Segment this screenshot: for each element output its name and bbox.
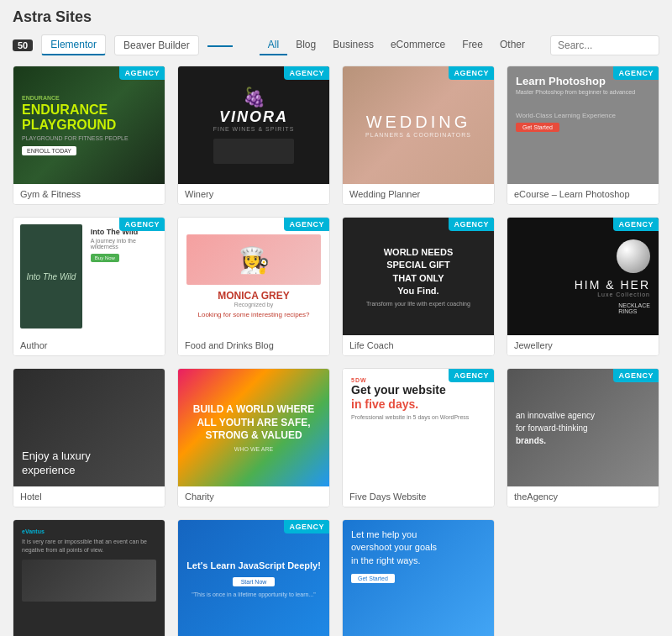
- card-charity[interactable]: BUILD A WORLD WHERE ALL YOUTH ARE SAFE, …: [177, 368, 330, 507]
- cat-ecommerce[interactable]: eCommerce: [382, 35, 454, 55]
- separator: [207, 45, 233, 47]
- card-preview: BUILD A WORLD WHERE ALL YOUTH ARE SAFE, …: [178, 369, 329, 486]
- card-preview: Let me help youovershoot your goalsin th…: [343, 520, 494, 636]
- card-ecourse-photoshop[interactable]: Learn Photoshop Master Photoshop from be…: [507, 66, 659, 205]
- cat-business[interactable]: Business: [324, 35, 382, 55]
- card-label: eCourse – Learn Photoshop: [507, 184, 659, 204]
- card-preview: HIM & HER Luxe Collection NECKLACERINGS …: [507, 218, 659, 335]
- agency-badge: AGENCY: [613, 66, 659, 80]
- card-preview: Into The Wild Into The Wild A journey in…: [13, 218, 165, 335]
- winery-title: VINORA: [219, 108, 288, 126]
- agency-badge: AGENCY: [449, 369, 494, 382]
- card-conference[interactable]: eVantus It is very rare or impossible th…: [13, 519, 165, 636]
- agency-badge: AGENCY: [284, 66, 329, 80]
- page-title: Astra Sites: [13, 8, 659, 26]
- wedding-sub: PLANNERS & COORDINATORS: [365, 132, 471, 138]
- card-preview: Enjoy a luxuryexperience: [13, 369, 165, 486]
- card-wedding-planner[interactable]: WEDDING PLANNERS & COORDINATORS AGENCY W…: [342, 66, 495, 205]
- page-wrapper: Astra Sites 50 Elementor Beaver Builder …: [0, 0, 672, 636]
- card-coach[interactable]: Let me help youovershoot your goalsin th…: [342, 519, 495, 636]
- card-preview: 🍇 VINORA FINE WINES & SPIRITS AGENCY: [178, 66, 329, 184]
- food-name: MONICA GREY: [218, 290, 290, 302]
- card-label: Charity: [178, 486, 329, 507]
- jewellery-sub: Luxe Collection: [597, 292, 650, 297]
- charity-headline: BUILD A WORLD WHERE ALL YOUTH ARE SAFE, …: [186, 403, 321, 443]
- food-ask: Looking for some interesting recipes?: [198, 311, 310, 318]
- card-author[interactable]: Into The Wild Into The Wild A journey in…: [13, 217, 165, 356]
- card-label: Wedding Planner: [343, 184, 494, 204]
- cat-other[interactable]: Other: [491, 35, 533, 55]
- conf-label: eVantus: [22, 528, 156, 534]
- card-label: Food and Drinks Blog: [178, 335, 329, 355]
- card-preview: 👩‍🍳 MONICA GREY Recognized by Looking fo…: [178, 218, 329, 335]
- agency-text: an innovative agencyfor forward-thinking…: [516, 409, 650, 447]
- toolbar: 50 Elementor Beaver Builder All Blog Bus…: [13, 34, 659, 55]
- agency-badge: AGENCY: [613, 369, 659, 382]
- card-label: Five Days Website: [343, 486, 494, 507]
- ecourse-btn: Get Started: [516, 123, 559, 132]
- card-theagency[interactable]: an innovative agencyfor forward-thinking…: [507, 368, 659, 507]
- coach-btn: Get Started: [351, 574, 395, 583]
- hotel-title: Enjoy a luxuryexperience: [22, 449, 156, 478]
- ecourse-label: World-Class Learning Experience: [516, 112, 650, 119]
- card-label: Hotel: [13, 486, 165, 507]
- count-badge: 50: [13, 39, 33, 51]
- card-preview: an innovative agencyfor forward-thinking…: [507, 369, 659, 486]
- card-preview: WORLD NEEDSSPECIAL GIFTTHAT ONLYYou Find…: [343, 218, 494, 335]
- agency-badge: AGENCY: [119, 218, 165, 231]
- fivedays-sub: Professional website in 5 days on WordPr…: [351, 414, 486, 420]
- agency-badge: AGENCY: [449, 218, 494, 231]
- food-photo: 👩‍🍳: [239, 245, 270, 275]
- card-food-drinks[interactable]: 👩‍🍳 MONICA GREY Recognized by Looking fo…: [177, 217, 330, 356]
- coach-title: Let me help youovershoot your goalsin th…: [351, 528, 486, 567]
- author-desc: A journey into the wilderness: [91, 238, 155, 250]
- card-label: Author: [13, 335, 165, 355]
- card-preview: WEDDING PLANNERS & COORDINATORS AGENCY: [343, 66, 494, 184]
- author-btn: Buy Now: [91, 254, 119, 262]
- charity-sub: WHO WE ARE: [234, 446, 273, 452]
- agency-badge: AGENCY: [284, 520, 329, 534]
- cat-all[interactable]: All: [260, 35, 287, 55]
- ecourse2-btn: Start Now: [233, 577, 276, 586]
- card-five-days[interactable]: 5DW Get your websitein five days. Profes…: [342, 368, 495, 507]
- fivedays-title: Get your websitein five days.: [351, 383, 486, 412]
- gym-top-label: ENDURANCE: [22, 95, 156, 101]
- card-preview: ENDURANCE ENDURANCEPLAYGROUND PLAYGROUND…: [13, 66, 165, 184]
- filter-elementor[interactable]: Elementor: [41, 34, 106, 55]
- category-tabs: All Blog Business eCommerce Free Other: [260, 35, 533, 55]
- card-hotel[interactable]: Enjoy a luxuryexperience Hotel: [13, 368, 165, 507]
- agency-badge: AGENCY: [119, 66, 165, 80]
- cat-blog[interactable]: Blog: [287, 35, 324, 55]
- cat-free[interactable]: Free: [454, 35, 491, 55]
- card-gym-fitness[interactable]: ENDURANCE ENDURANCEPLAYGROUND PLAYGROUND…: [13, 66, 165, 205]
- author-right: Into The Wild A journey into the wildern…: [87, 224, 158, 329]
- jewellery-item: NECKLACERINGS: [618, 302, 650, 314]
- card-label: Gym & Fitness: [13, 184, 165, 204]
- gym-subtext: PLAYGROUND FOR FITNESS PEOPLE: [22, 135, 156, 141]
- agency-badge: AGENCY: [449, 66, 494, 80]
- winery-sub: FINE WINES & SPIRITS: [213, 126, 295, 132]
- cards-grid: ENDURANCE ENDURANCEPLAYGROUND PLAYGROUND…: [13, 66, 659, 636]
- card-jewellery[interactable]: HIM & HER Luxe Collection NECKLACERINGS …: [507, 217, 659, 356]
- jewellery-title: HIM & HER: [575, 278, 650, 292]
- conf-text: It is very rare or impossible that an ev…: [22, 538, 156, 555]
- card-label: theAgency: [507, 486, 659, 507]
- card-winery[interactable]: 🍇 VINORA FINE WINES & SPIRITS AGENCY Win…: [177, 66, 330, 205]
- jewellery-ring: [617, 239, 650, 273]
- agency-badge: AGENCY: [284, 218, 329, 231]
- search-input[interactable]: [550, 35, 659, 55]
- author-left: Into The Wild: [20, 224, 82, 329]
- card-preview: 5DW Get your websitein five days. Profes…: [343, 369, 494, 486]
- author-book-text: Into The Wild: [26, 271, 76, 282]
- card-ecourse[interactable]: Let's Learn JavaScript Deeply! Start Now…: [177, 519, 330, 636]
- card-life-coach[interactable]: WORLD NEEDSSPECIAL GIFTTHAT ONLYYou Find…: [342, 217, 495, 356]
- food-sub: Recognized by: [234, 302, 273, 307]
- card-label: Life Coach: [343, 335, 494, 355]
- card-label: Winery: [178, 184, 329, 204]
- card-preview: Learn Photoshop Master Photoshop from be…: [507, 66, 659, 184]
- winery-bar: [213, 139, 294, 164]
- gym-cta: ENROLL TODAY: [22, 146, 76, 155]
- conf-img: [22, 560, 156, 602]
- grape-icon: 🍇: [243, 87, 265, 108]
- filter-beaver-builder[interactable]: Beaver Builder: [114, 35, 199, 55]
